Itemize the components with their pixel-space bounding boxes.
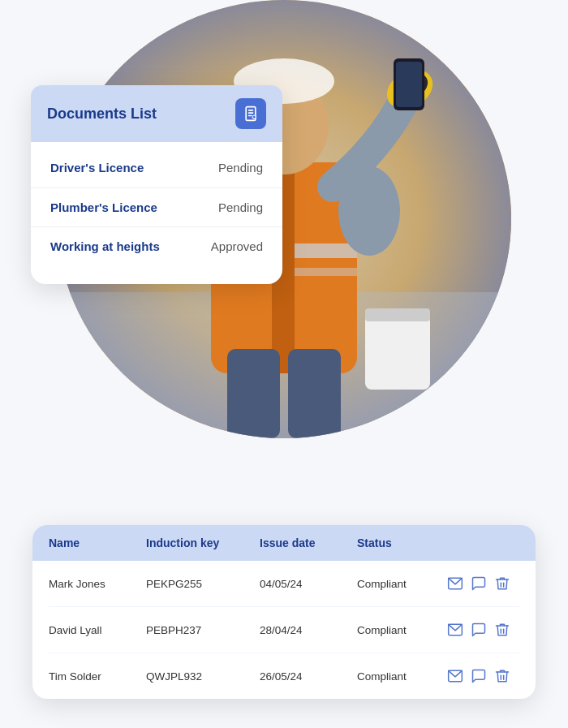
col-header-induction-key: Induction key [146,536,260,549]
col-header-actions [446,536,511,549]
row-0-name: Mark Jones [49,578,146,590]
table-body: Mark Jones PEKPG255 04/05/24 Compliant [32,561,536,699]
table-header: Name Induction key Issue date Status [32,525,536,561]
row-1-status: Compliant [357,624,446,636]
induction-table-card: Name Induction key Issue date Status Mar… [32,525,536,699]
document-list-icon [235,98,266,129]
row-0-delete-icon[interactable] [494,574,511,593]
row-0-status: Compliant [357,578,446,590]
table-row: Tim Solder QWJPL932 26/05/24 Compliant [49,653,519,699]
doc-status-0: Pending [218,161,263,174]
table-row: David Lyall PEBPH237 28/04/24 Compliant [49,607,519,653]
row-0-actions [446,574,511,593]
doc-name-1: Plumber's Licence [50,200,157,216]
docs-card-title: Documents List [47,106,157,123]
row-1-message-icon[interactable] [470,620,487,640]
row-2-email-icon[interactable] [446,666,463,686]
doc-status-1: Pending [218,200,263,214]
row-2-issue-date: 26/05/24 [260,670,357,683]
row-1-actions [446,620,511,640]
svg-rect-16 [365,308,430,321]
row-1-name: David Lyall [49,624,146,636]
row-2-actions [446,666,511,686]
row-1-induction-key: PEBPH237 [146,624,260,636]
row-2-name: Tim Solder [49,670,146,683]
docs-list: Driver's Licence Pending Plumber's Licen… [31,142,282,266]
docs-card-header: Documents List [31,85,282,142]
doc-item-drivers-licence: Driver's Licence Pending [31,149,282,188]
col-header-name: Name [49,536,146,549]
row-0-email-icon[interactable] [446,574,463,593]
doc-item-plumbers-licence: Plumber's Licence Pending [31,188,282,228]
row-0-issue-date: 04/05/24 [260,578,357,590]
row-0-message-icon[interactable] [470,574,487,593]
row-1-delete-icon[interactable] [494,620,511,640]
svg-rect-17 [227,349,280,438]
doc-item-working-at-heights: Working at heights Approved [31,227,282,266]
col-header-status: Status [357,536,446,549]
row-2-delete-icon[interactable] [494,666,511,686]
svg-rect-14 [396,62,422,107]
row-1-issue-date: 28/04/24 [260,624,357,636]
row-2-message-icon[interactable] [470,666,487,686]
svg-rect-18 [288,349,341,438]
doc-status-2: Approved [211,239,263,253]
doc-name-0: Driver's Licence [50,160,144,176]
table-row: Mark Jones PEKPG255 04/05/24 Compliant [49,561,519,607]
row-2-status: Compliant [357,670,446,683]
doc-name-2: Working at heights [50,239,160,255]
documents-card: Documents List Driver's Licence Pending … [31,85,282,284]
col-header-issue-date: Issue date [260,536,357,549]
row-2-induction-key: QWJPL932 [146,670,260,683]
row-0-induction-key: PEKPG255 [146,578,260,590]
row-1-email-icon[interactable] [446,620,463,640]
